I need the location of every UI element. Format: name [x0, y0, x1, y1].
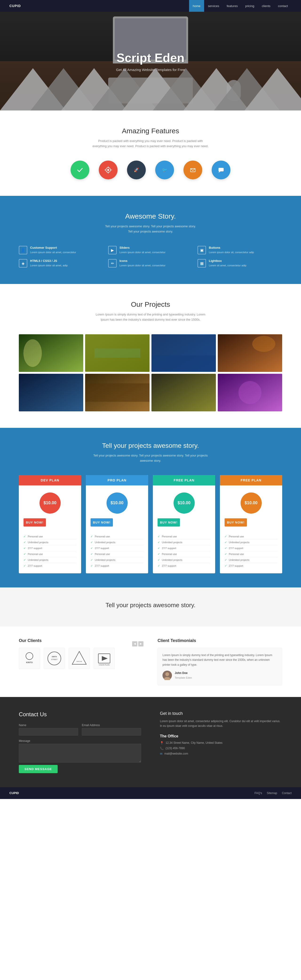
feature-unlimited-2: Unlimited projects — [24, 557, 76, 563]
nav-pricing[interactable]: pricing — [242, 0, 258, 12]
footer-contact[interactable]: Contact — [282, 791, 291, 795]
feature-support-1: 27/7 support — [24, 546, 76, 551]
svg-rect-29 — [94, 348, 140, 358]
svg-marker-45 — [72, 651, 86, 664]
navbar: CUPID home services features pricing cli… — [0, 0, 301, 12]
features-section: Amazing Features Product is packed with … — [0, 110, 301, 196]
name-input[interactable] — [19, 728, 78, 735]
nav-contact[interactable]: contact — [274, 0, 291, 12]
contact-form-area: Contact Us Name Email Address Message SE… — [19, 711, 141, 773]
project-2[interactable] — [85, 334, 150, 372]
svg-marker-48 — [102, 656, 108, 661]
projects-grid — [19, 334, 282, 411]
story-feature-text: Customer Support Lorem ipsum dolor sit a… — [30, 246, 76, 255]
buy-btn-free2[interactable]: BUY NOW! — [225, 518, 247, 527]
email-input[interactable] — [82, 728, 141, 735]
price-circle-free1: $10.00 — [174, 492, 195, 514]
clients-testimonials-section: Our Clients ◀ ▶ KINTO SMITHSTREET APACHE… — [0, 627, 301, 697]
pricing-header-free1: FREE PLAN — [153, 475, 215, 485]
email-field-group: Email Address — [82, 724, 141, 735]
buy-btn-free1[interactable]: BUY NOW! — [158, 518, 180, 527]
author-name: John Doe — [175, 671, 192, 675]
footer-faq[interactable]: FAQ's — [255, 791, 262, 795]
pricing-card-free2: FREE PLAN $10.00 BUY NOW! Personal use U… — [220, 475, 282, 573]
story-feature-text-3: Buttons Lorem ipsum dolor sit, consectet… — [209, 246, 254, 255]
price-circle-pro: $10.00 — [107, 492, 128, 514]
svg-point-21 — [189, 166, 197, 174]
nav-services[interactable]: services — [204, 0, 223, 12]
clients-next-btn[interactable]: ▶ — [138, 641, 143, 646]
free1-feature-3: 27/7 support — [158, 546, 210, 551]
nav-clients[interactable]: clients — [258, 0, 274, 12]
pricing-card-dev: DEV PLAN $10.00 BUY NOW! Personal use Un… — [19, 475, 81, 573]
testimonials-title-client: Client — [158, 638, 169, 643]
pricing-price-free1: $10.00 — [153, 485, 215, 518]
testimonial-box: Lorem Ipsum is simply dummy text of the … — [158, 648, 282, 685]
feature-icon-twitter: 🐦 — [155, 161, 174, 179]
feature-item-6 — [212, 161, 231, 179]
free2-feature-2: Unlimited projects — [225, 539, 277, 546]
client-logo-kinto: KINTO — [19, 648, 40, 669]
project-1[interactable] — [19, 334, 83, 372]
pro-feature-4: Personal use — [91, 551, 143, 557]
story-feature-text-2: Sliders Lorem ipsum dolor sit amet, cons… — [119, 246, 166, 255]
story-feature-icons: ✏ Icons Lorem ipsum dolor sit amet, cons… — [108, 259, 193, 267]
story-feature-desc-4: Lorem ipsum dolor sit amet, adip — [30, 264, 68, 267]
office-email-text: mail@website.com — [164, 752, 188, 755]
clients-title-our: Our — [19, 638, 26, 643]
feature-support-2: 27/7 support — [24, 563, 76, 569]
feature-personal-1: Personal use — [24, 534, 76, 539]
pricing-header-free2: FREE PLAN — [220, 475, 282, 485]
story-feature-desc-2: Lorem ipsum dolor sit amet, consectetur — [119, 250, 166, 255]
svg-rect-24 — [218, 168, 224, 171]
footer-sitemap[interactable]: Sitemap — [267, 791, 277, 795]
svg-text:KINTO: KINTO — [26, 661, 33, 663]
project-4[interactable] — [218, 334, 282, 372]
story-feature-text-4: HTML5 / CSS3 / JS Lorem ipsum dolor sit … — [30, 259, 68, 267]
hero-section: Script Eden Get All Amazing Website Temp… — [0, 12, 301, 110]
project-7[interactable] — [151, 374, 216, 411]
message-textarea[interactable] — [19, 744, 141, 762]
project-8[interactable] — [218, 374, 282, 411]
features-subtitle: Product is packed with everything you ma… — [92, 138, 209, 149]
project-6[interactable] — [85, 374, 150, 411]
clients-logos: KINTO SMITHSTREET APACHE VISION FILMS — [19, 648, 143, 669]
contact-title: Contact Us — [19, 711, 141, 718]
svg-point-12 — [107, 169, 109, 171]
buttons-icon: ▣ — [197, 246, 206, 255]
story-feature-title-2: Sliders — [119, 246, 166, 250]
name-label: Name — [19, 724, 78, 727]
buy-btn-dev[interactable]: BUY NOW! — [24, 518, 46, 527]
svg-point-9 — [76, 166, 84, 174]
free1-feature-6: 27/7 support — [158, 563, 210, 569]
feature-icon-check — [70, 161, 89, 179]
svg-text:VISION FILMS: VISION FILMS — [99, 664, 110, 666]
pricing-hero-subtitle: Tell your projects awesome story. Tell y… — [92, 453, 209, 463]
story-feature-lightbox: ▦ Lightbox Lorem sit amet, consectetur a… — [197, 259, 282, 267]
office-section: The Office 📍 12,34 Street Name, City Nam… — [160, 734, 282, 756]
project-3[interactable] — [151, 334, 216, 372]
awesome-story-title: Awesome Story. — [19, 212, 282, 220]
project-5[interactable] — [19, 374, 83, 411]
pro-feature-2: Unlimited projects — [91, 539, 143, 546]
clients-prev-btn[interactable]: ◀ — [132, 641, 137, 646]
free1-feature-2: Unlimited projects — [158, 539, 210, 546]
nav-features[interactable]: features — [223, 0, 242, 12]
feature-item-1 — [70, 161, 89, 179]
buy-btn-pro[interactable]: BUY NOW! — [91, 518, 113, 527]
pricing-hero-title: Tell your projects awesome story. — [19, 442, 282, 449]
pro-feature-3: 27/7 support — [91, 546, 143, 551]
hero-subtitle: Get All Amazing Website Templates for Fr… — [116, 68, 185, 72]
feature-item-2 — [99, 161, 118, 179]
svg-point-33 — [252, 336, 276, 352]
svg-text:🐦: 🐦 — [162, 167, 167, 173]
contact-section: Contact Us Name Email Address Message SE… — [0, 697, 301, 787]
story-feature-sliders: ▶ Sliders Lorem ipsum dolor sit amet, co… — [108, 246, 193, 255]
send-message-button[interactable]: SEND MESSAGE — [19, 765, 57, 773]
story-feature-text-5: Icons Lorem ipsum dolor sit amet, consec… — [119, 259, 166, 267]
email-label: Email Address — [82, 724, 141, 727]
svg-rect-36 — [85, 383, 150, 401]
office-address-text: 12,34 Street Name, City Name, United Sta… — [166, 741, 223, 745]
office-phone-text: (123) 456-7890 — [166, 746, 185, 750]
nav-home[interactable]: home — [189, 0, 204, 12]
